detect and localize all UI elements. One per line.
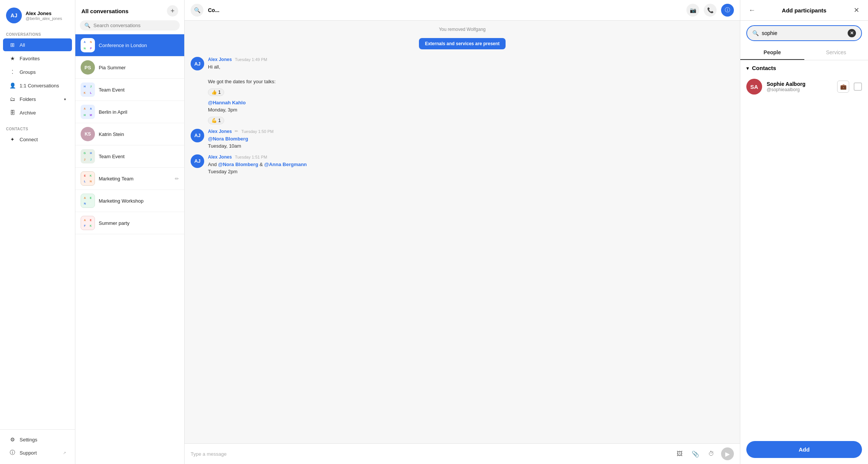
- conv-name: Pia Summer: [99, 65, 179, 70]
- sidebar-item-archive[interactable]: 🗄 Archive: [3, 106, 72, 119]
- connect-icon: ✦: [9, 136, 16, 143]
- contacts-section-label: CONTACTS: [0, 124, 75, 133]
- services-text: services: [456, 41, 474, 46]
- clear-search-button[interactable]: ✕: [848, 29, 856, 37]
- conversation-list: All conversations + 🔍 AN NP Conference i…: [75, 0, 185, 464]
- list-item[interactable]: GH JJ Team Event: [75, 145, 184, 168]
- phone-button[interactable]: 📞: [704, 4, 717, 17]
- mention-link[interactable]: @Anna Bergmann: [264, 162, 307, 167]
- chat-title: Co...: [208, 7, 682, 13]
- message-input[interactable]: [191, 451, 670, 457]
- sidebar-item-support[interactable]: ⓘ Support ↗: [3, 446, 72, 459]
- message-author[interactable]: Alex Jones: [208, 154, 232, 160]
- archive-icon: 🗄: [9, 109, 16, 116]
- sidebar-item-1on1[interactable]: 👤 1:1 Conversations: [3, 79, 72, 92]
- search-input[interactable]: [93, 23, 175, 28]
- conv-avatar: AE FK: [81, 216, 95, 230]
- right-panel-header: ← Add participants ✕: [740, 0, 868, 21]
- sidebar: AJ Alex Jones @berlin_alex_jones CONVERS…: [0, 0, 75, 464]
- edit-indicator: ✏: [235, 129, 238, 134]
- image-button[interactable]: 🖼: [674, 448, 686, 460]
- avatar: AJ: [6, 8, 22, 23]
- message-avatar: AJ: [191, 57, 204, 70]
- message-content: Alex Jones ✏ Tuesday 1:50 PM @Nora Blomb…: [208, 129, 734, 150]
- conv-name: Marketing Workshop: [99, 198, 179, 204]
- timer-button[interactable]: ⏱: [705, 448, 717, 460]
- conv-avatar: HJ KL: [81, 82, 95, 97]
- conv-avatar: EK LN: [81, 171, 95, 186]
- tab-people[interactable]: People: [740, 46, 804, 60]
- message-content: Alex Jones Tuesday 1:51 PM And @Nora Blo…: [208, 154, 734, 176]
- message-author[interactable]: Alex Jones: [208, 129, 232, 134]
- message-text: Hi all,We got the dates for your talks:: [208, 63, 734, 85]
- contacts-label: Contacts: [752, 65, 776, 71]
- conv-name: Team Event: [99, 87, 179, 93]
- participant-search-input[interactable]: [762, 30, 845, 36]
- conv-name: Marketing Team: [99, 176, 171, 182]
- sidebar-item-settings[interactable]: ⚙ Settings: [3, 433, 72, 446]
- list-item[interactable]: AA HM Berlin in April: [75, 101, 184, 123]
- message-text: And @Nora Blomberg & @Anna Bergmann Tues…: [208, 161, 734, 176]
- back-button[interactable]: ←: [746, 5, 758, 16]
- right-panel-tabs: People Services: [740, 46, 868, 60]
- mention-link[interactable]: @Nora Blomberg: [218, 162, 258, 167]
- contact-checkbox[interactable]: [854, 82, 862, 91]
- search-icon: 🔍: [752, 30, 759, 36]
- message-time: Tuesday 1:49 PM: [235, 57, 267, 62]
- folder-icon: 🗂: [9, 96, 16, 102]
- chevron-down-icon[interactable]: ▾: [746, 65, 749, 71]
- conv-avatar: PS: [81, 60, 95, 75]
- info-circle-icon: ⓘ: [9, 449, 16, 456]
- conv-name: Team Event: [99, 154, 179, 159]
- sidebar-item-folders[interactable]: 🗂 Folders ▾: [3, 93, 72, 105]
- edit-icon: ✏: [175, 176, 179, 182]
- conv-avatar: AE N·: [81, 194, 95, 208]
- gear-icon: ⚙: [9, 436, 16, 443]
- list-item[interactable]: AE FK Summer party: [75, 212, 184, 234]
- chevron-down-icon: ▾: [64, 97, 66, 101]
- external-link-icon: ↗: [63, 451, 66, 455]
- message-author[interactable]: Alex Jones: [208, 57, 232, 62]
- list-item[interactable]: EK LN Marketing Team ✏: [75, 168, 184, 190]
- attachment-button[interactable]: 📎: [689, 448, 701, 460]
- sidebar-item-favorites[interactable]: ★ Favorites: [3, 52, 72, 65]
- chat-header: 🔍 Co... 📷 📞 ⓘ: [185, 0, 740, 21]
- close-button[interactable]: ✕: [851, 5, 862, 16]
- list-item[interactable]: PS Pia Summer: [75, 56, 184, 79]
- search-box: 🔍: [80, 20, 180, 31]
- list-item[interactable]: KS Katrin Stein: [75, 123, 184, 145]
- all-icon: ⊞: [9, 41, 16, 48]
- search-button[interactable]: 🔍: [191, 4, 203, 17]
- profile-handle: @berlin_alex_jones: [26, 16, 62, 21]
- reaction[interactable]: 💪 1: [208, 117, 224, 124]
- right-panel: ← Add participants ✕ 🔍 ✕ People Services…: [740, 0, 868, 464]
- search-icon: 🔍: [84, 23, 90, 28]
- message-time: Tuesday 1:50 PM: [241, 129, 274, 134]
- new-conversation-button[interactable]: +: [167, 5, 178, 17]
- contact-name: Sophie Aalborg: [767, 81, 833, 87]
- mention-link[interactable]: @Hannah Kahlo: [208, 100, 246, 105]
- message-text: @Hannah Kahlo Monday, 3pm: [208, 99, 734, 114]
- add-participants-button[interactable]: Add: [746, 441, 862, 458]
- mention-link[interactable]: @Nora Blomberg: [208, 136, 248, 142]
- sidebar-item-groups[interactable]: ⁚ Groups: [3, 66, 72, 78]
- tab-services[interactable]: Services: [804, 46, 868, 60]
- message-group: AJ Alex Jones ✏ Tuesday 1:50 PM @Nora Bl…: [191, 129, 734, 150]
- participant-search-box: 🔍 ✕: [746, 25, 862, 41]
- reaction[interactable]: 👍 1: [208, 89, 224, 96]
- sidebar-item-connect[interactable]: ✦ Connect: [3, 133, 72, 146]
- removed-notification: You removed Wolfgang: [439, 27, 486, 32]
- star-icon: ★: [9, 55, 16, 62]
- list-item[interactable]: AE N· Marketing Workshop: [75, 190, 184, 212]
- message-avatar: AJ: [191, 154, 204, 168]
- contact-action-button[interactable]: 💼: [837, 81, 849, 93]
- list-item[interactable]: AN NP Conference in London: [75, 34, 184, 56]
- list-item[interactable]: HJ KL Team Event: [75, 79, 184, 101]
- chat-messages: You removed Wolfgang Externals and servi…: [185, 21, 740, 443]
- info-button[interactable]: ⓘ: [721, 4, 734, 17]
- video-button[interactable]: 📷: [686, 4, 699, 17]
- chat-area: 🔍 Co... 📷 📞 ⓘ You removed Wolfgang Exter…: [185, 0, 740, 464]
- sidebar-item-all[interactable]: ⊞ All: [3, 38, 72, 51]
- send-button[interactable]: ▶: [721, 447, 734, 460]
- message-group: AJ Alex Jones Tuesday 1:49 PM Hi all,We …: [191, 57, 734, 124]
